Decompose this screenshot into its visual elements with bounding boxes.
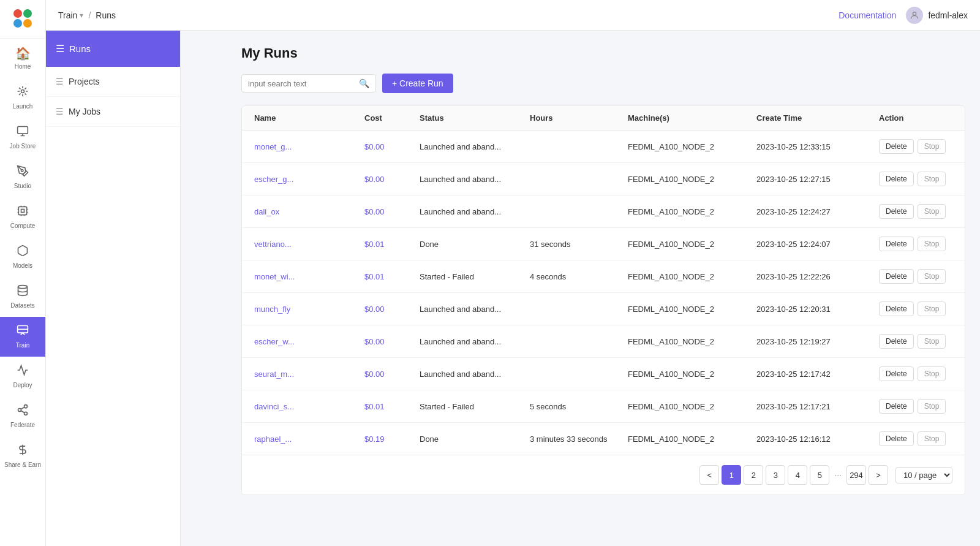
page-2-button[interactable]: 2 [744,465,763,485]
sidebar-item-train[interactable]: Train [0,317,45,357]
my-jobs-menu-icon: ☰ [56,107,64,116]
page-1-button[interactable]: 1 [722,465,741,485]
delete-button-6[interactable]: Delete [879,334,914,349]
run-name-2[interactable]: dali_ox [254,207,279,216]
delete-button-3[interactable]: Delete [879,237,914,251]
run-cost-4: $0.01 [364,272,420,281]
stop-button-1[interactable]: Stop [918,172,946,186]
models-icon [17,245,29,260]
page-size-select[interactable]: 10 / page 20 / page 50 / page [895,467,952,483]
delete-button-2[interactable]: Delete [879,204,914,219]
run-machine-2: FEDML_A100_NODE_2 [628,207,756,216]
prev-page-button[interactable]: < [699,465,719,485]
col-machines: Machine(s) [628,113,756,123]
breadcrumb-train-label: Train [58,10,77,20]
delete-button-7[interactable]: Delete [879,366,914,381]
svg-rect-7 [18,207,26,214]
stop-button-8[interactable]: Stop [918,399,946,414]
run-machine-7: FEDML_A100_NODE_2 [628,370,756,379]
breadcrumb-runs: Runs [96,10,116,20]
sidebar-item-models[interactable]: Models [0,237,45,277]
sidebar-item-share-earn[interactable]: Share & Earn [0,436,45,476]
stop-button-9[interactable]: Stop [918,431,946,446]
run-create-time-5: 2023-10-25 12:20:31 [756,305,879,314]
run-actions-0: Delete Stop [879,139,965,154]
run-actions-8: Delete Stop [879,399,965,414]
page-5-button[interactable]: 5 [810,465,829,485]
run-actions-7: Delete Stop [879,366,965,381]
job-store-icon [17,125,29,140]
run-cost-3: $0.01 [364,240,420,249]
search-input[interactable] [248,79,355,88]
run-name-6[interactable]: escher_w... [254,337,295,346]
deploy-icon [17,364,29,379]
run-machine-4: FEDML_A100_NODE_2 [628,272,756,281]
sub-sidebar-header: ☰ Runs [46,31,180,67]
run-cost-2: $0.00 [364,207,420,216]
sidebar-label-train: Train [16,342,29,349]
fedml-logo-icon [12,7,34,29]
sidebar-item-deploy[interactable]: Deploy [0,357,45,396]
run-actions-9: Delete Stop [879,431,965,446]
sub-sidebar: ☰ Runs ☰ Projects ☰ My Jobs [46,31,181,546]
stop-button-7[interactable]: Stop [918,366,946,381]
table-row: monet_g... $0.00 Launched and aband... F… [242,131,965,163]
delete-button-1[interactable]: Delete [879,172,914,186]
sidebar-item-launch[interactable]: Launch [0,78,45,118]
stop-button-0[interactable]: Stop [918,139,946,154]
studio-icon [17,165,29,180]
sidebar-item-studio[interactable]: Studio [0,157,45,197]
next-page-button[interactable]: > [869,465,888,485]
run-actions-5: Delete Stop [879,301,965,316]
page-3-button[interactable]: 3 [766,465,785,485]
table-row: vettriano... $0.01 Done 31 seconds FEDML… [242,228,965,260]
run-name-3[interactable]: vettriano... [254,240,292,249]
run-name-8[interactable]: davinci_s... [254,402,294,411]
last-page-button[interactable]: 294 [846,465,866,485]
run-hours-9: 3 minutes 33 seconds [530,434,628,444]
table-row: davinci_s... $0.01 Started - Failed 5 se… [242,390,965,423]
sidebar-label-home: Home [15,63,31,70]
run-name-7[interactable]: seurat_m... [254,370,294,379]
run-name-5[interactable]: munch_fly [254,305,290,314]
top-nav: Train ▾ / Runs Documentation fedml-alex [46,0,980,31]
svg-point-0 [13,9,22,18]
avatar [906,7,923,24]
train-icon [17,324,29,339]
sidebar-item-home[interactable]: 🏠 Home [0,39,45,78]
delete-button-5[interactable]: Delete [879,301,914,316]
run-name-0[interactable]: monet_g... [254,142,292,151]
table-row: dali_ox $0.00 Launched and aband... FEDM… [242,195,965,228]
delete-button-4[interactable]: Delete [879,269,914,284]
sub-sidebar-item-projects[interactable]: ☰ Projects [46,67,180,97]
sidebar-label-launch: Launch [13,103,33,110]
page-4-button[interactable]: 4 [788,465,807,485]
breadcrumb-train[interactable]: Train ▾ [58,10,83,20]
svg-rect-5 [18,127,28,134]
run-create-time-9: 2023-10-25 12:16:12 [756,434,879,444]
run-name-1[interactable]: escher_g... [254,175,293,184]
delete-button-9[interactable]: Delete [879,431,914,446]
run-name-9[interactable]: raphael_... [254,434,292,444]
sidebar-item-compute[interactable]: Compute [0,197,45,237]
sidebar-item-federate[interactable]: Federate [0,396,45,436]
table-row: munch_fly $0.00 Launched and aband... FE… [242,293,965,325]
documentation-link[interactable]: Documentation [839,10,896,20]
stop-button-5[interactable]: Stop [918,301,946,316]
stop-button-4[interactable]: Stop [918,269,946,284]
create-run-button[interactable]: + Create Run [382,74,453,93]
stop-button-3[interactable]: Stop [918,237,946,251]
stop-button-2[interactable]: Stop [918,204,946,219]
svg-point-9 [18,286,28,289]
sidebar-item-job-store[interactable]: Job Store [0,118,45,157]
run-name-4[interactable]: monet_wi... [254,272,295,281]
sidebar-label-compute: Compute [10,222,36,230]
col-create-time: Create Time [756,113,879,123]
sub-sidebar-item-my-jobs[interactable]: ☰ My Jobs [46,97,180,127]
delete-button-0[interactable]: Delete [879,139,914,154]
main-content: My Runs 🔍 + Create Run Name Cost Status … [227,31,980,546]
stop-button-6[interactable]: Stop [918,334,946,349]
delete-button-8[interactable]: Delete [879,399,914,414]
svg-point-1 [23,9,32,18]
sidebar-item-datasets[interactable]: Datasets [0,277,45,317]
